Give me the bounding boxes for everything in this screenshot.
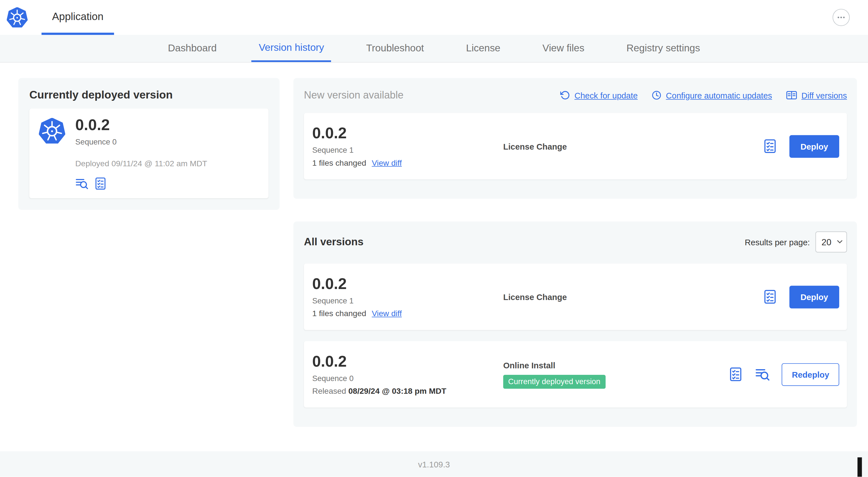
version-card-actions: Deploy [763,285,839,308]
results-per-page: Results per page: 20 [745,232,847,252]
preflight-checks-button[interactable] [94,177,107,190]
right-column: New version available Check for update C… [293,78,857,427]
version-row: 0.0.2 Sequence 1 1 files changed View di… [304,264,847,330]
version-source-label: License Change [503,141,752,151]
currently-deployed-title: Currently deployed version [29,89,268,101]
deployed-version-card: 0.0.2 Sequence 0 Deployed 09/11/24 @ 11:… [29,109,268,198]
version-source-label: Online Install [503,360,718,369]
new-version-header: New version available Check for update C… [304,89,847,101]
new-version-section: New version available Check for update C… [293,78,857,199]
released-prefix: Released [312,386,346,395]
sequence-label: Sequence 1 [312,146,503,154]
preflight-checks-button[interactable] [763,139,777,153]
all-versions-title: All versions [304,236,364,248]
app-tab-label: Application [52,10,103,22]
tab-license[interactable]: License [459,35,508,62]
check-for-update-link[interactable]: Check for update [560,90,638,100]
version-rows: 0.0.2 Sequence 1 1 files changed View di… [304,264,847,408]
released-timestamp: Released 08/29/24 @ 03:18 pm MDT [312,386,503,395]
app-footer: v1.109.3 [0,451,868,477]
tab-view-files[interactable]: View files [535,35,592,62]
version-source: License Change [503,141,752,151]
all-versions-header: All versions Results per page: 20 [304,232,847,252]
version-card-actions: Redeploy [729,363,839,386]
deployed-version-info: 0.0.2 Sequence 0 Deployed 09/11/24 @ 11:… [75,117,207,190]
version-source: Online Install Currently deployed versio… [503,360,718,388]
deploy-button[interactable]: Deploy [789,135,839,157]
deploy-button[interactable]: Deploy [789,285,839,308]
released-date: 08/29/24 @ 03:18 pm MDT [348,386,446,395]
checklist-icon [729,367,743,382]
kubernetes-logo-icon [7,7,28,28]
version-source-label: License Change [503,292,752,301]
preflight-checks-button[interactable] [763,290,777,304]
new-version-card: 0.0.2 Sequence 1 1 files changed View di… [304,113,847,179]
clock-icon [652,90,661,100]
tab-version-history[interactable]: Version history [251,35,331,62]
version-info: 0.0.2 Sequence 1 1 files changed View di… [312,276,503,318]
redeploy-button[interactable]: Redeploy [782,363,839,386]
configure-automatic-updates-label: Configure automatic updates [666,91,772,100]
sequence-label: Sequence 0 [312,374,503,383]
view-diff-link[interactable]: View diff [372,309,402,318]
ellipsis-icon [836,13,846,22]
tab-registry-settings[interactable]: Registry settings [619,35,707,62]
files-changed-label: 1 files changed [312,309,366,318]
diff-versions-label: Diff versions [801,91,847,100]
version-card-actions: Deploy [763,135,839,157]
tab-application[interactable]: Application [41,0,114,35]
app-header: Application [0,0,868,35]
files-changed-row: 1 files changed View diff [312,309,503,318]
release-notes-button[interactable] [75,177,88,190]
diff-icon [786,90,797,101]
main-content: Currently deployed version 0.0.2 Sequenc… [0,63,868,427]
tab-troubleshoot[interactable]: Troubleshoot [359,35,431,62]
checklist-icon [763,290,777,304]
version-number: 0.0.2 [312,353,503,370]
release-notes-button[interactable] [755,367,770,382]
view-diff-link[interactable]: View diff [372,158,402,167]
tab-dashboard[interactable]: Dashboard [161,35,224,62]
results-per-page-label: Results per page: [745,237,810,247]
sequence-label: Sequence 1 [312,296,503,305]
diff-versions-link[interactable]: Diff versions [786,90,847,101]
results-per-page-select[interactable]: 20 [815,232,847,252]
preflight-checks-button[interactable] [729,367,743,382]
new-version-title: New version available [304,89,404,101]
currently-deployed-badge: Currently deployed version [503,375,605,388]
checklist-icon [94,177,107,190]
release-notes-icon [755,367,770,382]
page: Application Dashboard Version history Tr… [0,0,868,477]
version-number: 0.0.2 [312,276,503,293]
scrollbar-thumb[interactable] [858,457,862,477]
version-info: 0.0.2 Sequence 0 Released 08/29/24 @ 03:… [312,353,503,395]
checklist-icon [763,139,777,153]
version-number: 0.0.2 [312,125,503,142]
version-info: 0.0.2 Sequence 1 1 files changed View di… [312,125,503,168]
deployed-version-number: 0.0.2 [75,117,207,134]
version-row: 0.0.2 Sequence 0 Released 08/29/24 @ 03:… [304,341,847,407]
version-actions: Check for update Configure automatic upd… [560,90,847,101]
deployed-actions [75,177,207,190]
deployed-sequence-label: Sequence 0 [75,137,207,146]
files-changed-label: 1 files changed [312,158,366,167]
deployed-timestamp: Deployed 09/11/24 @ 11:02 am MDT [75,159,207,168]
console-version: v1.109.3 [418,459,450,469]
configure-automatic-updates-link[interactable]: Configure automatic updates [652,90,772,100]
release-notes-icon [75,177,88,190]
kubernetes-app-icon [39,118,65,145]
results-per-page-select-wrap: 20 [815,232,847,252]
more-options-button[interactable] [832,9,850,26]
check-for-update-label: Check for update [575,91,638,100]
all-versions-section: All versions Results per page: 20 [293,221,857,427]
app-subnav: Dashboard Version history Troubleshoot L… [0,35,868,63]
files-changed-row: 1 files changed View diff [312,158,503,167]
currently-deployed-panel: Currently deployed version 0.0.2 Sequenc… [18,78,280,210]
refresh-icon [560,90,570,100]
version-source: License Change [503,292,752,301]
